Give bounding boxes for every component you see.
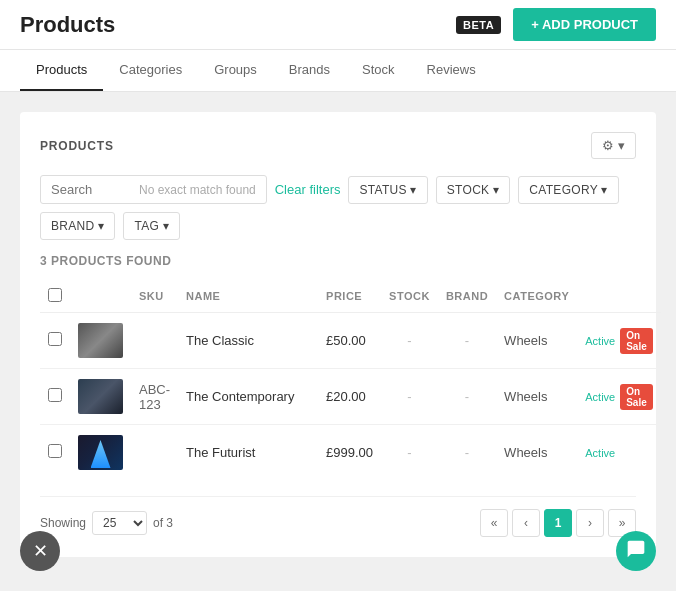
product-image-cell bbox=[70, 425, 131, 481]
row-checkbox-cell bbox=[40, 425, 70, 481]
th-name: NAME bbox=[178, 280, 318, 313]
showing-info: Showing 25 10 50 100 of 3 bbox=[40, 511, 173, 535]
row-checkbox[interactable] bbox=[48, 444, 62, 458]
product-name: The Contemporary bbox=[178, 369, 318, 425]
card-title: PRODUCTS bbox=[40, 139, 114, 153]
filters-row: No exact match found Clear filters STATU… bbox=[40, 175, 636, 240]
page-number: 1 bbox=[555, 516, 562, 530]
product-image-cell bbox=[70, 313, 131, 369]
close-icon: ✕ bbox=[33, 540, 48, 562]
total-label: of 3 bbox=[153, 516, 173, 530]
next-page-icon: › bbox=[588, 516, 592, 530]
page-header: Products BETA + ADD PRODUCT bbox=[0, 0, 676, 50]
product-status-cell: Active On Sale bbox=[577, 313, 661, 369]
active-badge: Active bbox=[585, 335, 615, 347]
product-price: £50.00 bbox=[318, 313, 381, 369]
search-box: No exact match found bbox=[40, 175, 267, 204]
prev-page-button[interactable]: ‹ bbox=[512, 509, 540, 537]
sale-badge: On Sale bbox=[620, 328, 653, 354]
th-sku: SKU bbox=[131, 280, 178, 313]
pagination-controls: « ‹ 1 › » bbox=[480, 509, 636, 537]
prev-page-icon: ‹ bbox=[524, 516, 528, 530]
row-checkbox-cell bbox=[40, 369, 70, 425]
tab-products[interactable]: Products bbox=[20, 50, 103, 91]
table-row: The Classic £50.00 - - Wheels Active On … bbox=[40, 313, 661, 369]
tab-groups[interactable]: Groups bbox=[198, 50, 273, 91]
tab-brands[interactable]: Brands bbox=[273, 50, 346, 91]
brand-filter-button[interactable]: BRAND ▾ bbox=[40, 212, 115, 240]
current-page-button[interactable]: 1 bbox=[544, 509, 572, 537]
product-sku bbox=[131, 425, 178, 481]
products-card: PRODUCTS ⚙ ▾ No exact match found Clear … bbox=[20, 112, 656, 557]
row-checkbox[interactable] bbox=[48, 388, 62, 402]
th-category: CATEGORY bbox=[496, 280, 577, 313]
beta-badge: BETA bbox=[456, 16, 501, 34]
th-img bbox=[70, 280, 131, 313]
product-price: £999.00 bbox=[318, 425, 381, 481]
product-category: Wheels bbox=[496, 369, 577, 425]
status-filter-button[interactable]: STATUS ▾ bbox=[348, 176, 427, 204]
th-price: PRICE bbox=[318, 280, 381, 313]
status-badges: Active On Sale bbox=[585, 384, 653, 410]
settings-button[interactable]: ⚙ ▾ bbox=[591, 132, 636, 159]
sale-badge: On Sale bbox=[620, 384, 653, 410]
tab-categories[interactable]: Categories bbox=[103, 50, 198, 91]
product-sku bbox=[131, 313, 178, 369]
close-button[interactable]: ✕ bbox=[20, 531, 60, 571]
tab-stock[interactable]: Stock bbox=[346, 50, 411, 91]
pagination-row: Showing 25 10 50 100 of 3 « ‹ 1 bbox=[40, 496, 636, 537]
category-filter-button[interactable]: CATEGORY ▾ bbox=[518, 176, 618, 204]
per-page-select[interactable]: 25 10 50 100 bbox=[92, 511, 147, 535]
th-brand: BRAND bbox=[438, 280, 496, 313]
active-badge: Active bbox=[585, 447, 615, 459]
product-thumbnail bbox=[78, 435, 123, 470]
products-table: SKU NAME PRICE STOCK BRAND CATEGORY bbox=[40, 280, 661, 480]
select-all-checkbox[interactable] bbox=[48, 288, 62, 302]
status-badges: Active On Sale bbox=[585, 328, 653, 354]
last-page-icon: » bbox=[619, 516, 626, 530]
product-category: Wheels bbox=[496, 425, 577, 481]
th-stock: STOCK bbox=[381, 280, 438, 313]
table-row: ABC-123 The Contemporary £20.00 - - Whee… bbox=[40, 369, 661, 425]
chat-button[interactable] bbox=[616, 531, 656, 571]
gear-icon: ⚙ bbox=[602, 138, 614, 153]
product-stock: - bbox=[381, 313, 438, 369]
status-badges: Active bbox=[585, 447, 653, 459]
th-status bbox=[577, 280, 661, 313]
product-brand: - bbox=[438, 313, 496, 369]
product-stock: - bbox=[381, 369, 438, 425]
settings-chevron: ▾ bbox=[618, 138, 625, 153]
main-content: PRODUCTS ⚙ ▾ No exact match found Clear … bbox=[0, 92, 676, 577]
next-page-button[interactable]: › bbox=[576, 509, 604, 537]
first-page-icon: « bbox=[491, 516, 498, 530]
product-brand: - bbox=[438, 369, 496, 425]
row-checkbox[interactable] bbox=[48, 332, 62, 346]
chat-icon bbox=[626, 539, 646, 563]
results-count: 3 PRODUCTS FOUND bbox=[40, 254, 636, 268]
tab-nav: Products Categories Groups Brands Stock … bbox=[0, 50, 676, 92]
tag-filter-button[interactable]: TAG ▾ bbox=[123, 212, 180, 240]
product-category: Wheels bbox=[496, 313, 577, 369]
table-row: The Futurist £999.00 - - Wheels Active bbox=[40, 425, 661, 481]
search-hint: No exact match found bbox=[139, 183, 256, 197]
add-product-button[interactable]: + ADD PRODUCT bbox=[513, 8, 656, 41]
clear-filters-link[interactable]: Clear filters bbox=[275, 182, 341, 197]
first-page-button[interactable]: « bbox=[480, 509, 508, 537]
product-thumbnail bbox=[78, 323, 123, 358]
product-status-cell: Active On Sale bbox=[577, 369, 661, 425]
product-sku: ABC-123 bbox=[131, 369, 178, 425]
product-name: The Classic bbox=[178, 313, 318, 369]
search-input[interactable] bbox=[51, 182, 131, 197]
product-image-cell bbox=[70, 369, 131, 425]
product-status-cell: Active bbox=[577, 425, 661, 481]
card-header: PRODUCTS ⚙ ▾ bbox=[40, 132, 636, 159]
product-brand: - bbox=[438, 425, 496, 481]
product-price: £20.00 bbox=[318, 369, 381, 425]
stock-filter-button[interactable]: STOCK ▾ bbox=[436, 176, 511, 204]
header-actions: BETA + ADD PRODUCT bbox=[456, 8, 656, 41]
tab-reviews[interactable]: Reviews bbox=[411, 50, 492, 91]
active-badge: Active bbox=[585, 391, 615, 403]
page-title: Products bbox=[20, 12, 115, 38]
product-thumbnail bbox=[78, 379, 123, 414]
product-stock: - bbox=[381, 425, 438, 481]
